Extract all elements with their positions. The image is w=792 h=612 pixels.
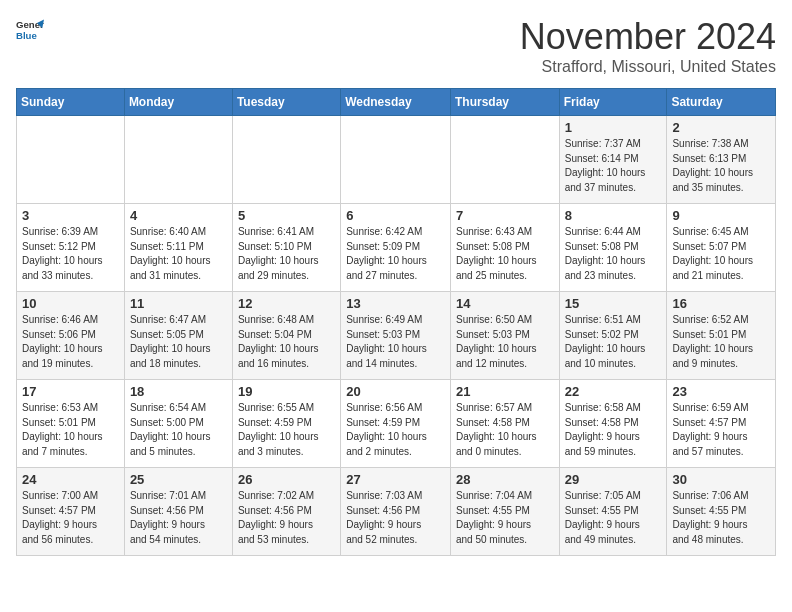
day-of-week-header: Thursday <box>450 89 559 116</box>
calendar-cell: 30Sunrise: 7:06 AM Sunset: 4:55 PM Dayli… <box>667 468 776 556</box>
day-info: Sunrise: 6:51 AM Sunset: 5:02 PM Dayligh… <box>565 313 662 371</box>
calendar-cell: 10Sunrise: 6:46 AM Sunset: 5:06 PM Dayli… <box>17 292 125 380</box>
calendar-cell: 3Sunrise: 6:39 AM Sunset: 5:12 PM Daylig… <box>17 204 125 292</box>
day-number: 21 <box>456 384 554 399</box>
day-of-week-header: Wednesday <box>341 89 451 116</box>
day-number: 2 <box>672 120 770 135</box>
day-info: Sunrise: 7:38 AM Sunset: 6:13 PM Dayligh… <box>672 137 770 195</box>
day-number: 17 <box>22 384 119 399</box>
day-info: Sunrise: 7:05 AM Sunset: 4:55 PM Dayligh… <box>565 489 662 547</box>
calendar-cell: 17Sunrise: 6:53 AM Sunset: 5:01 PM Dayli… <box>17 380 125 468</box>
day-number: 18 <box>130 384 227 399</box>
calendar-cell <box>232 116 340 204</box>
day-info: Sunrise: 6:54 AM Sunset: 5:00 PM Dayligh… <box>130 401 227 459</box>
day-info: Sunrise: 6:58 AM Sunset: 4:58 PM Dayligh… <box>565 401 662 459</box>
calendar-cell <box>341 116 451 204</box>
day-info: Sunrise: 6:41 AM Sunset: 5:10 PM Dayligh… <box>238 225 335 283</box>
day-number: 15 <box>565 296 662 311</box>
day-info: Sunrise: 7:00 AM Sunset: 4:57 PM Dayligh… <box>22 489 119 547</box>
calendar-cell: 8Sunrise: 6:44 AM Sunset: 5:08 PM Daylig… <box>559 204 667 292</box>
calendar-cell: 28Sunrise: 7:04 AM Sunset: 4:55 PM Dayli… <box>450 468 559 556</box>
calendar-cell: 23Sunrise: 6:59 AM Sunset: 4:57 PM Dayli… <box>667 380 776 468</box>
calendar-cell: 16Sunrise: 6:52 AM Sunset: 5:01 PM Dayli… <box>667 292 776 380</box>
day-number: 29 <box>565 472 662 487</box>
day-info: Sunrise: 6:42 AM Sunset: 5:09 PM Dayligh… <box>346 225 445 283</box>
calendar-week-row: 17Sunrise: 6:53 AM Sunset: 5:01 PM Dayli… <box>17 380 776 468</box>
day-info: Sunrise: 6:49 AM Sunset: 5:03 PM Dayligh… <box>346 313 445 371</box>
day-info: Sunrise: 6:47 AM Sunset: 5:05 PM Dayligh… <box>130 313 227 371</box>
svg-text:Blue: Blue <box>16 30 37 41</box>
calendar-header-row: SundayMondayTuesdayWednesdayThursdayFrid… <box>17 89 776 116</box>
calendar-cell <box>124 116 232 204</box>
day-number: 10 <box>22 296 119 311</box>
day-number: 11 <box>130 296 227 311</box>
day-number: 25 <box>130 472 227 487</box>
calendar-cell: 6Sunrise: 6:42 AM Sunset: 5:09 PM Daylig… <box>341 204 451 292</box>
day-number: 30 <box>672 472 770 487</box>
day-number: 9 <box>672 208 770 223</box>
day-of-week-header: Saturday <box>667 89 776 116</box>
day-info: Sunrise: 6:59 AM Sunset: 4:57 PM Dayligh… <box>672 401 770 459</box>
location: Strafford, Missouri, United States <box>520 58 776 76</box>
day-number: 3 <box>22 208 119 223</box>
day-number: 7 <box>456 208 554 223</box>
day-info: Sunrise: 6:50 AM Sunset: 5:03 PM Dayligh… <box>456 313 554 371</box>
calendar-body: 1Sunrise: 7:37 AM Sunset: 6:14 PM Daylig… <box>17 116 776 556</box>
day-of-week-header: Tuesday <box>232 89 340 116</box>
day-number: 1 <box>565 120 662 135</box>
calendar-week-row: 1Sunrise: 7:37 AM Sunset: 6:14 PM Daylig… <box>17 116 776 204</box>
day-number: 14 <box>456 296 554 311</box>
day-number: 26 <box>238 472 335 487</box>
logo-icon: General Blue <box>16 16 44 44</box>
calendar-cell: 26Sunrise: 7:02 AM Sunset: 4:56 PM Dayli… <box>232 468 340 556</box>
day-number: 6 <box>346 208 445 223</box>
day-number: 27 <box>346 472 445 487</box>
calendar-cell: 4Sunrise: 6:40 AM Sunset: 5:11 PM Daylig… <box>124 204 232 292</box>
day-info: Sunrise: 6:39 AM Sunset: 5:12 PM Dayligh… <box>22 225 119 283</box>
day-number: 12 <box>238 296 335 311</box>
calendar-week-row: 10Sunrise: 6:46 AM Sunset: 5:06 PM Dayli… <box>17 292 776 380</box>
calendar-cell: 13Sunrise: 6:49 AM Sunset: 5:03 PM Dayli… <box>341 292 451 380</box>
calendar-cell: 19Sunrise: 6:55 AM Sunset: 4:59 PM Dayli… <box>232 380 340 468</box>
day-number: 5 <box>238 208 335 223</box>
day-number: 23 <box>672 384 770 399</box>
calendar-cell: 18Sunrise: 6:54 AM Sunset: 5:00 PM Dayli… <box>124 380 232 468</box>
month-title: November 2024 <box>520 16 776 58</box>
day-info: Sunrise: 7:03 AM Sunset: 4:56 PM Dayligh… <box>346 489 445 547</box>
day-info: Sunrise: 6:45 AM Sunset: 5:07 PM Dayligh… <box>672 225 770 283</box>
day-number: 16 <box>672 296 770 311</box>
calendar-cell: 12Sunrise: 6:48 AM Sunset: 5:04 PM Dayli… <box>232 292 340 380</box>
calendar-cell: 9Sunrise: 6:45 AM Sunset: 5:07 PM Daylig… <box>667 204 776 292</box>
calendar-cell: 25Sunrise: 7:01 AM Sunset: 4:56 PM Dayli… <box>124 468 232 556</box>
logo: General Blue <box>16 16 44 44</box>
calendar-cell: 20Sunrise: 6:56 AM Sunset: 4:59 PM Dayli… <box>341 380 451 468</box>
calendar-cell: 29Sunrise: 7:05 AM Sunset: 4:55 PM Dayli… <box>559 468 667 556</box>
day-of-week-header: Friday <box>559 89 667 116</box>
day-info: Sunrise: 7:06 AM Sunset: 4:55 PM Dayligh… <box>672 489 770 547</box>
day-info: Sunrise: 6:44 AM Sunset: 5:08 PM Dayligh… <box>565 225 662 283</box>
calendar-cell <box>450 116 559 204</box>
day-info: Sunrise: 6:46 AM Sunset: 5:06 PM Dayligh… <box>22 313 119 371</box>
day-info: Sunrise: 6:53 AM Sunset: 5:01 PM Dayligh… <box>22 401 119 459</box>
calendar-cell: 7Sunrise: 6:43 AM Sunset: 5:08 PM Daylig… <box>450 204 559 292</box>
day-info: Sunrise: 6:43 AM Sunset: 5:08 PM Dayligh… <box>456 225 554 283</box>
day-info: Sunrise: 6:40 AM Sunset: 5:11 PM Dayligh… <box>130 225 227 283</box>
calendar-cell <box>17 116 125 204</box>
calendar-table: SundayMondayTuesdayWednesdayThursdayFrid… <box>16 88 776 556</box>
calendar-cell: 5Sunrise: 6:41 AM Sunset: 5:10 PM Daylig… <box>232 204 340 292</box>
calendar-cell: 27Sunrise: 7:03 AM Sunset: 4:56 PM Dayli… <box>341 468 451 556</box>
day-info: Sunrise: 6:48 AM Sunset: 5:04 PM Dayligh… <box>238 313 335 371</box>
day-number: 8 <box>565 208 662 223</box>
day-number: 24 <box>22 472 119 487</box>
day-info: Sunrise: 6:57 AM Sunset: 4:58 PM Dayligh… <box>456 401 554 459</box>
day-number: 19 <box>238 384 335 399</box>
day-info: Sunrise: 6:55 AM Sunset: 4:59 PM Dayligh… <box>238 401 335 459</box>
day-info: Sunrise: 7:01 AM Sunset: 4:56 PM Dayligh… <box>130 489 227 547</box>
day-number: 20 <box>346 384 445 399</box>
day-info: Sunrise: 6:56 AM Sunset: 4:59 PM Dayligh… <box>346 401 445 459</box>
calendar-week-row: 3Sunrise: 6:39 AM Sunset: 5:12 PM Daylig… <box>17 204 776 292</box>
day-number: 22 <box>565 384 662 399</box>
day-info: Sunrise: 7:37 AM Sunset: 6:14 PM Dayligh… <box>565 137 662 195</box>
calendar-cell: 2Sunrise: 7:38 AM Sunset: 6:13 PM Daylig… <box>667 116 776 204</box>
calendar-cell: 22Sunrise: 6:58 AM Sunset: 4:58 PM Dayli… <box>559 380 667 468</box>
